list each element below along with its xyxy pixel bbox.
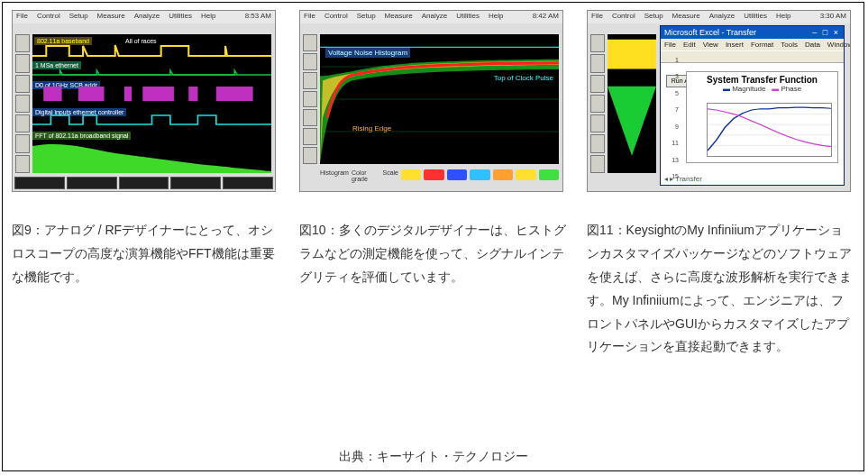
menu-item[interactable]: Analyze bbox=[134, 12, 160, 23]
side-button[interactable] bbox=[15, 155, 30, 173]
readout[interactable] bbox=[119, 177, 169, 189]
color-chip[interactable] bbox=[539, 169, 559, 180]
menu-item[interactable]: Window bbox=[827, 41, 851, 49]
color-chip[interactable] bbox=[401, 169, 421, 180]
color-chip[interactable] bbox=[424, 169, 443, 180]
chart-plot-area bbox=[707, 103, 832, 157]
menu-item[interactable]: File bbox=[304, 12, 315, 23]
menu-item[interactable]: Measure bbox=[672, 12, 700, 23]
readout[interactable] bbox=[170, 177, 221, 189]
menu-item[interactable]: Data bbox=[805, 41, 820, 49]
svg-rect-3 bbox=[142, 87, 174, 101]
menu-item[interactable]: Utilities bbox=[744, 12, 767, 23]
menu-item[interactable]: Measure bbox=[97, 12, 125, 23]
fig9-bottombar bbox=[13, 177, 275, 189]
excel-titlebar[interactable]: Microsoft Excel - Transfer – □ × bbox=[661, 26, 844, 39]
side-button[interactable] bbox=[303, 53, 317, 70]
figure-11-column: File Control Setup Measure Analyze Utili… bbox=[587, 10, 854, 359]
menu-item[interactable]: Setup bbox=[357, 12, 376, 23]
chart-svg bbox=[708, 104, 831, 156]
side-button[interactable] bbox=[303, 128, 317, 145]
sheet-name: Transfer bbox=[675, 175, 702, 183]
menu-item[interactable]: Control bbox=[37, 12, 60, 23]
menu-item[interactable]: Insert bbox=[726, 41, 744, 49]
side-button[interactable] bbox=[303, 91, 317, 108]
trace-cyan bbox=[32, 112, 271, 128]
readout[interactable] bbox=[14, 177, 65, 189]
figure-row: File Control Setup Measure Analyze Utili… bbox=[12, 10, 854, 443]
side-button[interactable] bbox=[590, 95, 605, 113]
menu-item[interactable]: Help bbox=[489, 12, 503, 23]
menu-item[interactable]: Utilities bbox=[456, 12, 480, 23]
annotation: Rising Edge bbox=[352, 124, 391, 132]
menu-item[interactable]: View bbox=[703, 41, 718, 49]
svg-rect-0 bbox=[43, 87, 61, 101]
side-button[interactable] bbox=[590, 34, 605, 52]
menu-item[interactable]: Edit bbox=[683, 41, 696, 49]
legend-phase: Phase bbox=[781, 85, 801, 93]
clock: 8:42 AM bbox=[533, 12, 559, 23]
svg-rect-5 bbox=[216, 87, 253, 101]
side-button[interactable] bbox=[590, 134, 605, 152]
menu-item[interactable]: Analyze bbox=[422, 12, 447, 23]
sheet-tab[interactable]: ◂ ▸ Transfer bbox=[664, 175, 702, 183]
side-button[interactable] bbox=[590, 75, 605, 93]
side-button[interactable] bbox=[15, 54, 30, 72]
side-button[interactable] bbox=[303, 34, 317, 51]
clock: 8:53 AM bbox=[245, 12, 271, 23]
color-chip[interactable] bbox=[493, 169, 513, 180]
menu-item[interactable]: File bbox=[591, 12, 603, 23]
readout[interactable] bbox=[67, 177, 117, 189]
menu-item[interactable]: Analyze bbox=[709, 12, 735, 23]
excel-menubar: File Edit View Insert Format Tools Data … bbox=[661, 39, 844, 50]
window-controls[interactable]: – □ × bbox=[812, 28, 840, 37]
figure-10-caption: 図10：多くのデジタルデザイナーは、ヒストグラムなどの測定機能を使って、シグナル… bbox=[299, 219, 567, 289]
menu-item[interactable]: Control bbox=[324, 12, 348, 23]
side-button[interactable] bbox=[15, 75, 30, 93]
menu-item[interactable]: Measure bbox=[385, 12, 413, 23]
side-button[interactable] bbox=[303, 109, 317, 126]
menu-item[interactable]: Tools bbox=[781, 41, 798, 49]
side-button[interactable] bbox=[15, 114, 30, 132]
color-chip[interactable] bbox=[470, 169, 489, 180]
excel-toolbar[interactable] bbox=[661, 50, 844, 63]
trace-magenta bbox=[32, 83, 271, 105]
marker-label: Color grade bbox=[352, 169, 380, 182]
color-chip[interactable] bbox=[516, 169, 535, 180]
marker-label: Histogram bbox=[320, 169, 349, 176]
side-button[interactable] bbox=[590, 54, 605, 72]
fig11-menubar: File Control Setup Measure Analyze Utili… bbox=[588, 11, 850, 23]
chart-legend: ▬ Magnitude ▬ Phase bbox=[687, 85, 837, 93]
side-button[interactable] bbox=[15, 34, 30, 52]
row-numbers: 13579111315 bbox=[666, 57, 679, 179]
figure-11-caption: 図11：KeysightのMy Infiniiumアプリケーションカスタマイズパ… bbox=[587, 219, 854, 359]
svg-rect-1 bbox=[78, 87, 105, 101]
side-button[interactable] bbox=[15, 134, 30, 152]
side-button[interactable] bbox=[15, 95, 30, 113]
menu-item[interactable]: Help bbox=[201, 12, 215, 23]
fig10-side-buttons bbox=[303, 34, 317, 164]
menu-item[interactable]: Help bbox=[776, 12, 790, 23]
svg-marker-11 bbox=[608, 87, 656, 156]
annotation: Top of Clock Pulse bbox=[494, 74, 553, 82]
side-button[interactable] bbox=[590, 114, 605, 132]
fig9-scope: 802.11a baseband All of races 1 MSa ethe… bbox=[32, 34, 271, 173]
menu-item[interactable]: Utilities bbox=[169, 12, 192, 23]
side-button[interactable] bbox=[590, 155, 605, 173]
menu-item[interactable]: File bbox=[664, 41, 676, 49]
chart-title: System Transfer Function bbox=[687, 72, 837, 85]
readout[interactable] bbox=[223, 177, 273, 189]
side-button[interactable] bbox=[303, 147, 317, 164]
figure-9-thumbnail: File Control Setup Measure Analyze Utili… bbox=[12, 10, 276, 192]
menu-item[interactable]: Setup bbox=[69, 12, 88, 23]
menu-item[interactable]: Control bbox=[612, 12, 635, 23]
menu-item[interactable]: File bbox=[16, 12, 28, 23]
clock: 3:30 AM bbox=[820, 12, 846, 23]
menu-item[interactable]: Setup bbox=[644, 12, 663, 23]
side-button[interactable] bbox=[303, 72, 317, 89]
color-chip[interactable] bbox=[447, 169, 467, 180]
figure-10-thumbnail: File Control Setup Measure Analyze Utili… bbox=[299, 10, 563, 192]
menu-item[interactable]: Format bbox=[751, 41, 773, 49]
fig9-side-buttons bbox=[15, 34, 30, 173]
fig11-scope-strip bbox=[608, 34, 656, 173]
